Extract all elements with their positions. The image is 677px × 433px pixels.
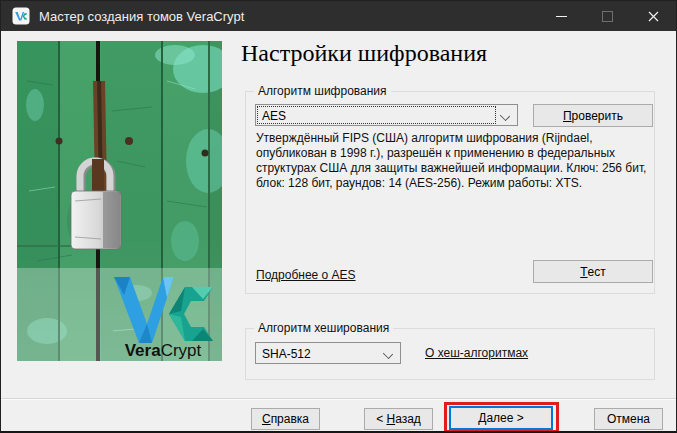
- page-title: Настройки шифрования: [241, 40, 487, 67]
- window-title: Мастер создания томов VeraCrypt: [39, 9, 244, 24]
- help-button[interactable]: Справка: [251, 408, 320, 430]
- logo-wordmark: VeraCrypt: [125, 341, 202, 360]
- veracrypt-wizard-window: Мастер создания томов VeraCrypt: [0, 0, 677, 433]
- titlebar: Мастер создания томов VeraCrypt: [1, 1, 676, 31]
- next-button[interactable]: Далее >: [449, 406, 553, 430]
- footer-divider: [1, 398, 676, 400]
- close-button[interactable]: [630, 1, 676, 31]
- veracrypt-app-icon: [12, 7, 30, 25]
- minimize-button[interactable]: [538, 1, 584, 31]
- hash-info-link[interactable]: О хеш-алгоритмах: [425, 346, 528, 360]
- maximize-icon: [602, 11, 613, 22]
- hash-group-label: Алгоритм хеширования: [254, 321, 393, 335]
- encryption-algorithm-select[interactable]: AES: [255, 104, 518, 126]
- more-about-aes-link[interactable]: Подробнее о AES: [256, 268, 356, 282]
- back-button[interactable]: < Назад: [364, 408, 433, 430]
- hash-algorithm-select[interactable]: SHA-512: [255, 342, 401, 364]
- test-button[interactable]: Тест: [533, 260, 653, 283]
- encryption-algorithm-group: Алгоритм шифрования AES Проверить Утверж…: [245, 91, 655, 294]
- cancel-button[interactable]: Отмена: [594, 408, 663, 430]
- benchmark-button[interactable]: Проверить: [533, 104, 653, 127]
- maximize-button: [584, 1, 630, 31]
- encryption-algorithm-value: AES: [258, 107, 495, 123]
- hash-algorithm-group: Алгоритм хеширования SHA-512 О хеш-алгор…: [245, 328, 655, 380]
- close-icon: [648, 11, 659, 22]
- algorithm-description: Утверждённый FIPS (США) алгоритм шифрова…: [256, 131, 652, 191]
- chevron-down-icon: [383, 349, 393, 359]
- chevron-down-icon: [500, 111, 510, 121]
- hash-algorithm-value: SHA-512: [258, 345, 378, 361]
- minimize-icon: [556, 16, 567, 17]
- encryption-group-label: Алгоритм шифрования: [254, 84, 391, 98]
- window-controls: [538, 1, 676, 31]
- wizard-side-image: VeraCrypt: [17, 41, 222, 361]
